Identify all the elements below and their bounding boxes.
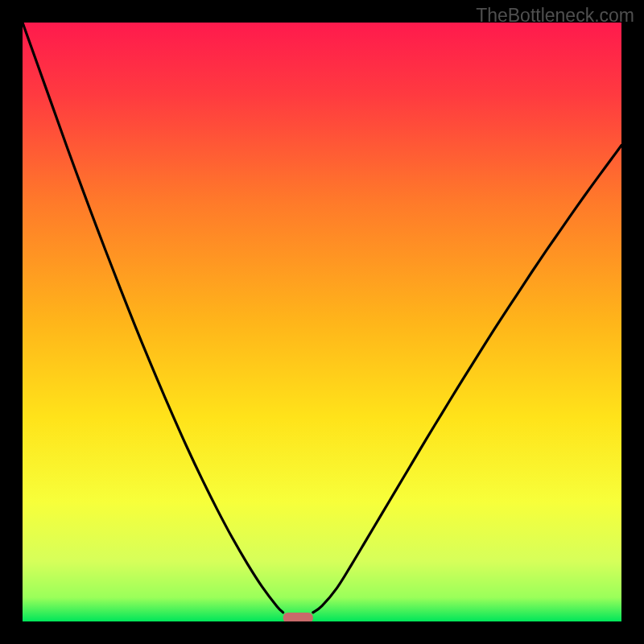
min-marker bbox=[283, 613, 313, 621]
chart-container: TheBottleneck.com bbox=[0, 0, 644, 644]
watermark-text: TheBottleneck.com bbox=[476, 5, 634, 27]
plot-area bbox=[23, 23, 621, 621]
gradient-background bbox=[23, 23, 621, 621]
chart-svg bbox=[23, 23, 621, 621]
